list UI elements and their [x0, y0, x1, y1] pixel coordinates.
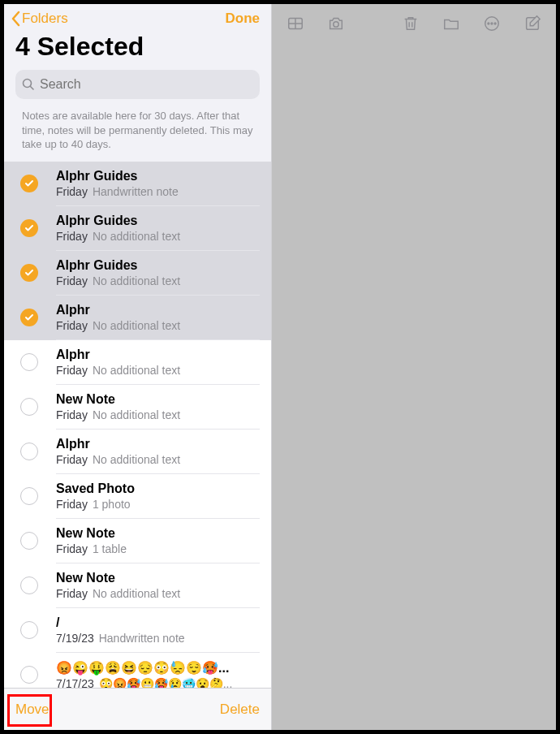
checkmark-empty-icon[interactable]: [20, 621, 38, 639]
note-content: AlphrFridayNo additional text: [56, 348, 260, 385]
note-subtitle: Friday1 photo: [56, 498, 260, 511]
note-content: New NoteFridayNo additional text: [56, 392, 260, 430]
checkmark-selected-icon[interactable]: [20, 309, 38, 326]
note-title: Alphr Guides: [56, 258, 260, 273]
search-input[interactable]: [40, 77, 253, 92]
note-subtitle: FridayNo additional text: [56, 274, 260, 287]
deletion-info: Notes are available here for 30 days. Af…: [4, 109, 271, 162]
checkmark-empty-icon[interactable]: [20, 487, 38, 505]
note-date: Friday: [56, 274, 88, 287]
note-preview: Handwritten note: [99, 632, 185, 645]
note-row[interactable]: /7/19/23Handwritten note: [4, 608, 271, 653]
note-row[interactable]: 😡😜🤑😩😆😔😳😓😌🥵...7/17/23😳😡🥵😬🥵😢🥶😧🤔...: [4, 653, 271, 688]
notes-list[interactable]: Alphr GuidesFridayHandwritten noteAlphr …: [4, 162, 271, 688]
svg-point-10: [491, 23, 493, 24]
note-preview: 😳😡🥵😬🥵😢🥶😧🤔...: [99, 677, 233, 688]
note-row[interactable]: Alphr GuidesFridayNo additional text: [4, 206, 271, 251]
checkmark-empty-icon[interactable]: [20, 532, 38, 550]
checkmark-empty-icon[interactable]: [20, 666, 38, 684]
note-date: Friday: [56, 364, 88, 377]
checkmark-selected-icon[interactable]: [20, 219, 38, 237]
note-row[interactable]: AlphrFridayNo additional text: [4, 340, 271, 385]
svg-point-9: [488, 23, 489, 24]
note-content: AlphrFridayNo additional text: [56, 437, 260, 474]
note-subtitle: Friday1 table: [56, 542, 260, 555]
checkmark-empty-icon[interactable]: [20, 353, 38, 371]
svg-point-11: [494, 23, 496, 24]
sidebar-header: Folders Done: [4, 4, 271, 28]
note-subtitle: FridayHandwritten note: [56, 185, 260, 198]
note-content: Alphr GuidesFridayHandwritten note: [56, 169, 260, 206]
note-subtitle: FridayNo additional text: [56, 453, 260, 466]
more-icon[interactable]: [483, 15, 501, 32]
note-preview: No additional text: [93, 587, 180, 600]
camera-icon[interactable]: [327, 15, 345, 32]
note-date: Friday: [56, 408, 88, 421]
note-date: Friday: [56, 453, 88, 466]
back-button[interactable]: Folders: [11, 11, 68, 27]
note-row[interactable]: New NoteFridayNo additional text: [4, 385, 271, 430]
svg-line-1: [31, 87, 34, 90]
checkmark-empty-icon[interactable]: [20, 576, 38, 594]
folder-icon[interactable]: [442, 15, 460, 32]
bottom-toolbar: Move Delete: [4, 688, 271, 730]
note-content: New NoteFriday1 table: [56, 526, 260, 563]
checkmark-selected-icon[interactable]: [20, 175, 38, 192]
note-row[interactable]: AlphrFridayNo additional text: [4, 430, 271, 474]
search-field[interactable]: [15, 70, 260, 99]
note-title: /: [56, 615, 260, 630]
note-title: Saved Photo: [56, 481, 260, 496]
note-title: Alphr Guides: [56, 169, 260, 184]
note-content: Alphr GuidesFridayNo additional text: [56, 258, 260, 296]
checkmark-empty-icon[interactable]: [20, 398, 38, 416]
note-date: 7/19/23: [56, 632, 94, 645]
note-preview: No additional text: [93, 230, 180, 243]
note-title: Alphr Guides: [56, 214, 260, 228]
note-title: New Note: [56, 571, 260, 585]
note-preview: 1 photo: [93, 498, 131, 511]
note-date: Friday: [56, 230, 88, 243]
note-date: Friday: [56, 587, 88, 600]
note-subtitle: 7/19/23Handwritten note: [56, 632, 260, 645]
note-row[interactable]: AlphrFridayNo additional text: [4, 296, 271, 340]
notes-app: Folders Done 4 Selected Notes are availa…: [0, 0, 560, 734]
note-preview: No additional text: [93, 364, 180, 377]
grid-view-icon[interactable]: [286, 15, 304, 32]
note-row[interactable]: Alphr GuidesFridayNo additional text: [4, 251, 271, 296]
note-title: Alphr: [56, 348, 260, 362]
checkmark-selected-icon[interactable]: [20, 264, 38, 282]
note-date: Friday: [56, 185, 88, 198]
note-row[interactable]: New NoteFridayNo additional text: [4, 563, 271, 608]
note-title: New Note: [56, 392, 260, 407]
note-preview: No additional text: [93, 274, 180, 287]
sidebar: Folders Done 4 Selected Notes are availa…: [4, 4, 272, 730]
note-subtitle: FridayNo additional text: [56, 364, 260, 377]
note-title: Alphr: [56, 303, 260, 317]
detail-toolbar: [272, 4, 556, 43]
note-preview: 1 table: [93, 542, 127, 555]
compose-icon[interactable]: [523, 15, 541, 32]
note-content: /7/19/23Handwritten note: [56, 615, 260, 653]
note-title: 😡😜🤑😩😆😔😳😓😌🥵...: [56, 660, 260, 676]
detail-toolbar-right: [402, 15, 541, 32]
note-date: Friday: [56, 498, 88, 511]
trash-icon[interactable]: [402, 15, 420, 32]
note-content: Saved PhotoFriday1 photo: [56, 481, 260, 519]
note-preview: No additional text: [93, 408, 180, 421]
detail-toolbar-left: [286, 15, 345, 32]
note-content: New NoteFridayNo additional text: [56, 571, 260, 608]
delete-button[interactable]: Delete: [220, 702, 260, 718]
move-button[interactable]: Move: [15, 702, 50, 718]
note-subtitle: FridayNo additional text: [56, 587, 260, 600]
checkmark-empty-icon[interactable]: [20, 443, 38, 460]
done-button[interactable]: Done: [226, 11, 261, 27]
note-date: Friday: [56, 542, 88, 555]
back-label: Folders: [22, 11, 68, 27]
note-date: 7/17/23: [56, 677, 94, 688]
note-content: 😡😜🤑😩😆😔😳😓😌🥵...7/17/23😳😡🥵😬🥵😢🥶😧🤔...: [56, 660, 260, 688]
note-row[interactable]: New NoteFriday1 table: [4, 519, 271, 563]
note-row[interactable]: Saved PhotoFriday1 photo: [4, 474, 271, 519]
search-icon: [22, 78, 35, 91]
note-row[interactable]: Alphr GuidesFridayHandwritten note: [4, 162, 271, 206]
page-title: 4 Selected: [4, 28, 271, 70]
